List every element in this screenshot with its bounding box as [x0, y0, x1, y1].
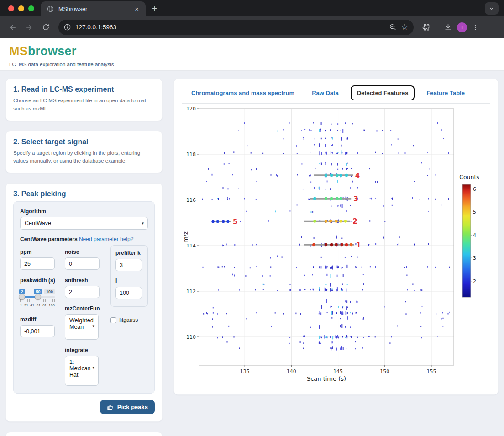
svg-text:2: 2	[473, 278, 476, 284]
tab-detected-features[interactable]: Detected Features	[351, 85, 415, 100]
mzdiff-input[interactable]	[20, 325, 55, 337]
ruler-label: 41	[30, 303, 34, 307]
peakwidth-max-badge: 100	[44, 289, 55, 294]
peakwidth-handle-to[interactable]	[35, 294, 41, 300]
integrate-value: 1: Mexican Hat	[69, 359, 91, 378]
noise-input[interactable]	[65, 257, 100, 270]
forward-arrow-icon	[25, 23, 33, 32]
app-title: MSbrowser	[9, 44, 495, 58]
svg-text:116: 116	[186, 197, 196, 203]
maximize-window-button[interactable]	[28, 5, 34, 11]
bookmark-star-icon[interactable]: ☆	[401, 23, 408, 31]
caret-down-icon: ▾	[92, 365, 94, 370]
ruler-label: 1	[20, 303, 22, 307]
peakwidth-ruler	[20, 299, 55, 302]
svg-text:Counts: Counts	[459, 173, 479, 180]
tab-title: MSbrowser	[58, 6, 128, 12]
pick-peaks-button[interactable]: Pick peaks	[100, 400, 155, 414]
mzdiff-label: mzdiff	[20, 316, 56, 323]
snthresh-input[interactable]	[65, 286, 100, 298]
globe-favicon-icon	[47, 5, 54, 12]
caret-down-icon: ▾	[142, 221, 144, 226]
peakwidth-slider-track[interactable]	[20, 296, 55, 298]
site-info-icon[interactable]	[64, 24, 71, 31]
app-header: MSbrowser LC–MS data exploration and fea…	[0, 38, 504, 71]
scatter-plot-svg[interactable]: 12345135140145150155110112114116118120Sc…	[182, 106, 489, 385]
browser-tab-strip: MSbrowser × +	[0, 0, 504, 16]
extensions-puzzle-icon[interactable]	[422, 23, 430, 32]
algorithm-select[interactable]: CentWave ▾	[20, 217, 148, 230]
svg-text:Scan time (s): Scan time (s)	[307, 375, 346, 382]
svg-text:4: 4	[473, 232, 476, 238]
tab-feature-table[interactable]: Feature Table	[421, 86, 470, 103]
prefilter-l-label: I	[116, 278, 143, 284]
address-bar[interactable]: 127.0.0.1:5963 ☆	[58, 20, 414, 35]
tab-close-icon[interactable]: ×	[132, 5, 141, 13]
svg-text:6: 6	[473, 186, 476, 192]
caret-down-icon: ▾	[92, 324, 94, 328]
svg-text:5: 5	[233, 218, 237, 226]
fitgauss-checkbox[interactable]	[110, 317, 116, 323]
step3-card: 3. Peak picking Algorithm CentWave ▾ Cen…	[5, 183, 163, 422]
peak-picking-panel: Algorithm CentWave ▾ CentWave parameters…	[13, 201, 155, 394]
prefilter-k-input[interactable]	[116, 259, 142, 271]
detected-features-plot[interactable]: 12345135140145150155110112114116118120Sc…	[182, 106, 490, 387]
svg-text:140: 140	[287, 368, 296, 374]
centwave-params-line: CentWave parameters Need parameter help?	[20, 236, 148, 242]
app-subtitle: LC–MS data exploration and feature analy…	[9, 62, 495, 67]
svg-text:155: 155	[426, 368, 436, 374]
app-title-browser: browser	[28, 44, 76, 58]
profile-avatar[interactable]: T	[457, 22, 467, 32]
mzcenterfun-select[interactable]: Weighted Mean ▾	[65, 314, 99, 340]
peakwidth-slider[interactable]: 2 50 100 121416181100	[20, 296, 55, 307]
close-window-button[interactable]	[8, 5, 14, 11]
svg-text:145: 145	[333, 368, 343, 374]
ruler-label: 21	[24, 303, 28, 307]
step1-title: 1. Read in LC-MS experiment	[13, 85, 155, 94]
prefilter-l-input[interactable]	[116, 287, 142, 299]
parameter-help-link[interactable]: Need parameter help?	[79, 236, 133, 242]
peakwidth-handle-from[interactable]	[19, 294, 25, 300]
tab-chromatograms[interactable]: Chromatograms and mass spectrum	[186, 86, 300, 103]
toolbar-divider	[437, 23, 437, 32]
tab-raw-data[interactable]: Raw Data	[306, 86, 344, 103]
step1-description: Choose an LC-MS experiment file in an op…	[13, 97, 155, 113]
back-arrow-icon	[9, 23, 17, 32]
sidebar: 1. Read in LC-MS experiment Choose an LC…	[5, 79, 163, 436]
peakwidth-label: peakwidth (s)	[20, 277, 56, 284]
algorithm-label: Algorithm	[20, 208, 148, 215]
svg-text:3: 3	[353, 195, 358, 203]
svg-text:5: 5	[473, 209, 476, 215]
browser-menu-kebab-icon[interactable]	[472, 24, 479, 31]
svg-text:150: 150	[380, 368, 389, 374]
centwave-params-label: CentWave parameters	[20, 236, 78, 242]
noise-label: noise	[65, 249, 101, 255]
back-button[interactable]	[5, 20, 20, 35]
new-tab-button[interactable]: +	[146, 4, 163, 16]
svg-text:118: 118	[186, 152, 196, 158]
svg-text:m/z: m/z	[182, 231, 189, 242]
chevron-down-icon	[489, 6, 494, 11]
ruler-label: 81	[42, 303, 47, 307]
ppm-input[interactable]	[20, 257, 55, 270]
svg-text:4: 4	[355, 172, 360, 180]
reload-button[interactable]	[38, 20, 53, 35]
pick-peaks-label: Pick peaks	[117, 404, 148, 410]
svg-text:114: 114	[186, 243, 196, 249]
svg-text:3: 3	[473, 255, 476, 261]
ruler-label: 100	[49, 303, 55, 307]
svg-text:1: 1	[356, 241, 361, 249]
main-panel: Chromatograms and mass spectrum Raw Data…	[173, 79, 499, 395]
mzcenterfun-value: Weighted Mean	[69, 317, 94, 330]
downloads-icon[interactable]	[444, 23, 452, 32]
svg-text:2: 2	[352, 217, 357, 226]
tab-search-button[interactable]	[485, 2, 499, 15]
step2-title: 2. Select target signal	[13, 138, 155, 146]
browser-tab[interactable]: MSbrowser ×	[41, 1, 146, 16]
mzcenterfun-label: mzCenterFun	[65, 305, 101, 312]
forward-button[interactable]	[22, 20, 37, 35]
svg-text:120: 120	[186, 106, 196, 112]
minimize-window-button[interactable]	[18, 5, 24, 11]
integrate-select[interactable]: 1: Mexican Hat ▾	[65, 356, 99, 386]
zoom-out-page-icon[interactable]	[389, 23, 397, 31]
